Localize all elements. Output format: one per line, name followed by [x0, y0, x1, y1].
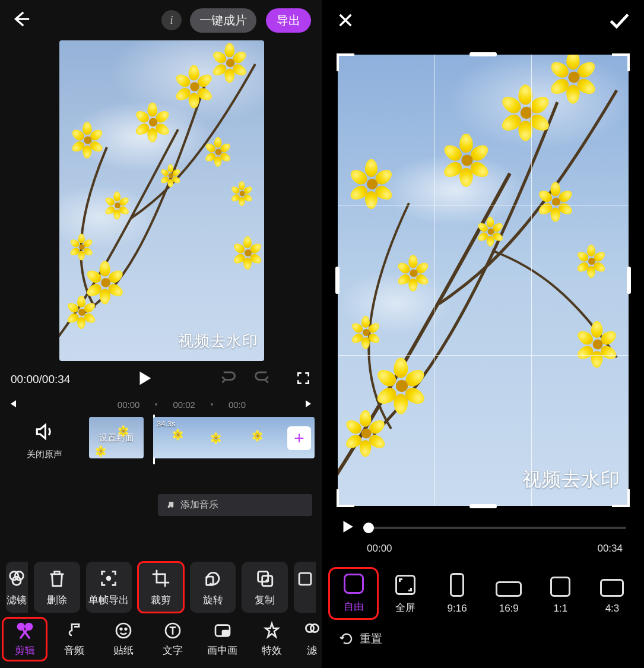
crop-corner-tr[interactable] [612, 53, 630, 71]
tab-sticker[interactable]: 贴纸 [105, 621, 142, 657]
undo-icon[interactable] [218, 369, 236, 390]
timeline-ruler: 00:00 00:02 00:0 [0, 394, 322, 414]
export-button[interactable]: 导出 [266, 8, 311, 33]
crop-stage[interactable]: 视频去水印 [338, 55, 629, 506]
tick-label: 00:02 [173, 400, 195, 410]
tool-more[interactable] [294, 562, 316, 613]
progress-bar[interactable] [366, 527, 626, 529]
tab-pip[interactable]: 画中画 [204, 621, 241, 657]
watermark-text: 视频去水印 [178, 331, 258, 352]
add-clip-button[interactable]: + [287, 426, 311, 450]
clip-tool-row: 滤镜 删除 单帧导出 裁剪 旋转 复制 [0, 558, 322, 613]
time-display: 00:00/00:34 [11, 373, 70, 386]
auto-compose-button[interactable]: 一键成片 [190, 8, 256, 33]
svg-rect-15 [223, 631, 229, 635]
skip-end-icon[interactable] [304, 398, 315, 411]
play-icon[interactable] [340, 519, 355, 537]
aspect-ratio-row: 自由 全屏 9:16 16:9 1:1 [322, 555, 644, 615]
tab-text[interactable]: 文字 [154, 621, 192, 657]
svg-point-10 [116, 623, 131, 638]
crop-edge-right[interactable] [627, 267, 631, 294]
confirm-icon[interactable] [607, 9, 630, 34]
left-header: i 一键成片 导出 [0, 0, 322, 40]
svg-rect-7 [299, 573, 311, 585]
ratio-free[interactable]: 自由 [334, 572, 373, 615]
crop-edge-top[interactable] [469, 52, 497, 56]
tool-crop[interactable]: 裁剪 [138, 562, 184, 613]
progress-thumb[interactable] [363, 523, 374, 533]
video-preview[interactable]: 视频去水印 [59, 40, 264, 361]
ratio-9-16[interactable]: 9:16 [437, 573, 477, 615]
playback-controls: 00:00/00:34 [0, 361, 322, 394]
tool-copy[interactable]: 复制 [242, 562, 288, 613]
crop-edge-left[interactable] [335, 267, 340, 294]
set-cover-button[interactable]: 设置封面 [89, 417, 144, 458]
ratio-16-9[interactable]: 16:9 [489, 581, 529, 615]
crop-playback [322, 506, 644, 540]
ratio-full[interactable]: 全屏 [385, 575, 425, 615]
tick-label: 00:00 [118, 400, 140, 410]
tick-label: 00:0 [229, 400, 246, 410]
tab-filter[interactable]: 滤 [303, 621, 322, 657]
crop-edge-bottom[interactable] [469, 504, 497, 508]
crop-pane: 视频去水印 00:00 00:34 [322, 0, 644, 668]
time-start: 00:00 [367, 543, 392, 555]
back-arrow-icon[interactable] [11, 9, 31, 31]
clip-duration: 34.3s [157, 419, 176, 428]
ratio-1-1[interactable]: 1:1 [541, 577, 580, 615]
time-end: 00:34 [597, 543, 623, 555]
svg-point-11 [120, 628, 122, 630]
close-icon[interactable] [336, 11, 355, 32]
crop-corner-bl[interactable] [337, 489, 354, 507]
tool-frame-export[interactable]: 单帧导出 [86, 562, 132, 613]
tab-edit[interactable]: 剪辑 [6, 621, 43, 657]
crop-corner-br[interactable] [612, 489, 630, 507]
crop-header [322, 0, 644, 43]
watermark-text: 视频去水印 [522, 467, 620, 493]
svg-point-12 [125, 628, 127, 630]
tool-delete[interactable]: 删除 [34, 562, 80, 613]
tab-audio[interactable]: 音频 [55, 621, 93, 657]
svg-point-3 [107, 577, 110, 580]
mute-icon[interactable] [34, 422, 55, 444]
tab-effects[interactable]: 特效 [253, 621, 290, 657]
mute-label: 关闭原声 [27, 449, 62, 460]
main-tab-row: 剪辑 音频 贴纸 文字 画中画 特效 [6, 613, 322, 657]
tool-rotate[interactable]: 旋转 [190, 562, 236, 613]
fullscreen-icon[interactable] [296, 371, 311, 388]
svg-point-2 [12, 577, 21, 585]
tool-filter[interactable]: 滤镜 [6, 562, 28, 613]
timeline[interactable]: 关闭原声 设置封面 34.3s + [0, 414, 322, 486]
info-icon[interactable]: i [161, 10, 182, 30]
editor-pane: i 一键成片 导出 视频去水印 [0, 0, 322, 668]
add-music-track[interactable]: 添加音乐 [158, 494, 312, 516]
play-icon[interactable] [135, 369, 153, 390]
redo-icon[interactable] [254, 369, 272, 390]
ratio-4-3[interactable]: 4:3 [592, 579, 632, 615]
skip-start-icon[interactable] [7, 398, 18, 411]
crop-corner-tl[interactable] [337, 53, 354, 71]
reset-button[interactable]: 重置 [322, 615, 644, 647]
